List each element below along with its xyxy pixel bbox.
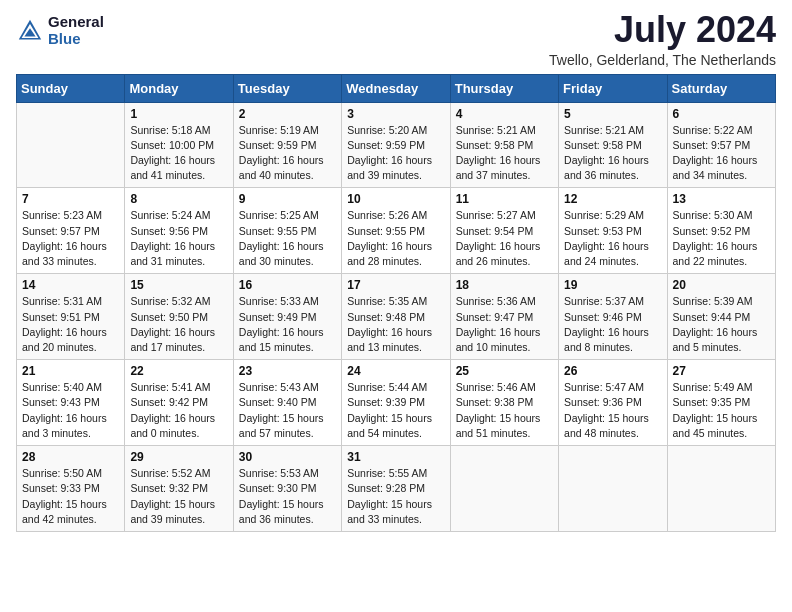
calendar-cell: 18Sunrise: 5:36 AM Sunset: 9:47 PM Dayli… — [450, 274, 558, 360]
day-number: 11 — [456, 192, 553, 206]
calendar-week-row: 21Sunrise: 5:40 AM Sunset: 9:43 PM Dayli… — [17, 360, 776, 446]
day-number: 9 — [239, 192, 336, 206]
weekday-header: Sunday — [17, 74, 125, 102]
weekday-header: Thursday — [450, 74, 558, 102]
day-number: 29 — [130, 450, 227, 464]
day-info: Sunrise: 5:27 AM Sunset: 9:54 PM Dayligh… — [456, 208, 553, 269]
day-number: 20 — [673, 278, 770, 292]
logo-text: General Blue — [48, 14, 104, 47]
calendar-cell — [450, 446, 558, 532]
calendar-cell: 7Sunrise: 5:23 AM Sunset: 9:57 PM Daylig… — [17, 188, 125, 274]
day-number: 17 — [347, 278, 444, 292]
day-info: Sunrise: 5:24 AM Sunset: 9:56 PM Dayligh… — [130, 208, 227, 269]
day-info: Sunrise: 5:32 AM Sunset: 9:50 PM Dayligh… — [130, 294, 227, 355]
calendar-cell: 21Sunrise: 5:40 AM Sunset: 9:43 PM Dayli… — [17, 360, 125, 446]
calendar-cell — [559, 446, 667, 532]
day-info: Sunrise: 5:46 AM Sunset: 9:38 PM Dayligh… — [456, 380, 553, 441]
calendar-cell: 20Sunrise: 5:39 AM Sunset: 9:44 PM Dayli… — [667, 274, 775, 360]
calendar-header: SundayMondayTuesdayWednesdayThursdayFrid… — [17, 74, 776, 102]
day-number: 25 — [456, 364, 553, 378]
day-info: Sunrise: 5:19 AM Sunset: 9:59 PM Dayligh… — [239, 123, 336, 184]
day-number: 31 — [347, 450, 444, 464]
weekday-header: Wednesday — [342, 74, 450, 102]
day-number: 13 — [673, 192, 770, 206]
day-info: Sunrise: 5:52 AM Sunset: 9:32 PM Dayligh… — [130, 466, 227, 527]
calendar-week-row: 1Sunrise: 5:18 AM Sunset: 10:00 PM Dayli… — [17, 102, 776, 188]
calendar-cell: 15Sunrise: 5:32 AM Sunset: 9:50 PM Dayli… — [125, 274, 233, 360]
day-info: Sunrise: 5:41 AM Sunset: 9:42 PM Dayligh… — [130, 380, 227, 441]
calendar-cell — [17, 102, 125, 188]
day-info: Sunrise: 5:39 AM Sunset: 9:44 PM Dayligh… — [673, 294, 770, 355]
day-number: 27 — [673, 364, 770, 378]
calendar-cell: 11Sunrise: 5:27 AM Sunset: 9:54 PM Dayli… — [450, 188, 558, 274]
calendar-cell: 3Sunrise: 5:20 AM Sunset: 9:59 PM Daylig… — [342, 102, 450, 188]
day-info: Sunrise: 5:47 AM Sunset: 9:36 PM Dayligh… — [564, 380, 661, 441]
day-number: 21 — [22, 364, 119, 378]
calendar-cell: 13Sunrise: 5:30 AM Sunset: 9:52 PM Dayli… — [667, 188, 775, 274]
calendar-cell: 16Sunrise: 5:33 AM Sunset: 9:49 PM Dayli… — [233, 274, 341, 360]
day-info: Sunrise: 5:31 AM Sunset: 9:51 PM Dayligh… — [22, 294, 119, 355]
day-number: 4 — [456, 107, 553, 121]
logo-general: General — [48, 14, 104, 31]
calendar-cell: 19Sunrise: 5:37 AM Sunset: 9:46 PM Dayli… — [559, 274, 667, 360]
calendar-week-row: 14Sunrise: 5:31 AM Sunset: 9:51 PM Dayli… — [17, 274, 776, 360]
day-info: Sunrise: 5:18 AM Sunset: 10:00 PM Daylig… — [130, 123, 227, 184]
day-number: 28 — [22, 450, 119, 464]
calendar-week-row: 28Sunrise: 5:50 AM Sunset: 9:33 PM Dayli… — [17, 446, 776, 532]
day-info: Sunrise: 5:25 AM Sunset: 9:55 PM Dayligh… — [239, 208, 336, 269]
day-number: 7 — [22, 192, 119, 206]
day-info: Sunrise: 5:21 AM Sunset: 9:58 PM Dayligh… — [456, 123, 553, 184]
calendar-cell: 6Sunrise: 5:22 AM Sunset: 9:57 PM Daylig… — [667, 102, 775, 188]
calendar-cell: 23Sunrise: 5:43 AM Sunset: 9:40 PM Dayli… — [233, 360, 341, 446]
day-number: 18 — [456, 278, 553, 292]
day-number: 8 — [130, 192, 227, 206]
location: Twello, Gelderland, The Netherlands — [549, 52, 776, 68]
header: General Blue July 2024 Twello, Gelderlan… — [16, 10, 776, 68]
weekday-header: Saturday — [667, 74, 775, 102]
calendar-cell: 5Sunrise: 5:21 AM Sunset: 9:58 PM Daylig… — [559, 102, 667, 188]
day-number: 26 — [564, 364, 661, 378]
day-info: Sunrise: 5:35 AM Sunset: 9:48 PM Dayligh… — [347, 294, 444, 355]
day-info: Sunrise: 5:22 AM Sunset: 9:57 PM Dayligh… — [673, 123, 770, 184]
day-number: 2 — [239, 107, 336, 121]
day-info: Sunrise: 5:44 AM Sunset: 9:39 PM Dayligh… — [347, 380, 444, 441]
calendar-cell: 10Sunrise: 5:26 AM Sunset: 9:55 PM Dayli… — [342, 188, 450, 274]
logo-icon — [16, 17, 44, 45]
day-info: Sunrise: 5:30 AM Sunset: 9:52 PM Dayligh… — [673, 208, 770, 269]
calendar-week-row: 7Sunrise: 5:23 AM Sunset: 9:57 PM Daylig… — [17, 188, 776, 274]
day-info: Sunrise: 5:43 AM Sunset: 9:40 PM Dayligh… — [239, 380, 336, 441]
calendar-cell: 28Sunrise: 5:50 AM Sunset: 9:33 PM Dayli… — [17, 446, 125, 532]
calendar-cell: 31Sunrise: 5:55 AM Sunset: 9:28 PM Dayli… — [342, 446, 450, 532]
calendar-cell — [667, 446, 775, 532]
calendar-cell: 17Sunrise: 5:35 AM Sunset: 9:48 PM Dayli… — [342, 274, 450, 360]
calendar-cell: 27Sunrise: 5:49 AM Sunset: 9:35 PM Dayli… — [667, 360, 775, 446]
day-info: Sunrise: 5:20 AM Sunset: 9:59 PM Dayligh… — [347, 123, 444, 184]
day-number: 30 — [239, 450, 336, 464]
day-info: Sunrise: 5:26 AM Sunset: 9:55 PM Dayligh… — [347, 208, 444, 269]
weekday-header: Tuesday — [233, 74, 341, 102]
weekday-header: Friday — [559, 74, 667, 102]
day-info: Sunrise: 5:36 AM Sunset: 9:47 PM Dayligh… — [456, 294, 553, 355]
day-number: 24 — [347, 364, 444, 378]
day-number: 10 — [347, 192, 444, 206]
calendar-cell: 24Sunrise: 5:44 AM Sunset: 9:39 PM Dayli… — [342, 360, 450, 446]
day-number: 5 — [564, 107, 661, 121]
day-number: 12 — [564, 192, 661, 206]
day-number: 23 — [239, 364, 336, 378]
calendar-cell: 8Sunrise: 5:24 AM Sunset: 9:56 PM Daylig… — [125, 188, 233, 274]
day-info: Sunrise: 5:50 AM Sunset: 9:33 PM Dayligh… — [22, 466, 119, 527]
weekday-row: SundayMondayTuesdayWednesdayThursdayFrid… — [17, 74, 776, 102]
calendar-cell: 25Sunrise: 5:46 AM Sunset: 9:38 PM Dayli… — [450, 360, 558, 446]
day-info: Sunrise: 5:37 AM Sunset: 9:46 PM Dayligh… — [564, 294, 661, 355]
day-number: 6 — [673, 107, 770, 121]
day-number: 16 — [239, 278, 336, 292]
logo: General Blue — [16, 14, 104, 47]
day-info: Sunrise: 5:40 AM Sunset: 9:43 PM Dayligh… — [22, 380, 119, 441]
day-info: Sunrise: 5:33 AM Sunset: 9:49 PM Dayligh… — [239, 294, 336, 355]
calendar-table: SundayMondayTuesdayWednesdayThursdayFrid… — [16, 74, 776, 532]
calendar-cell: 26Sunrise: 5:47 AM Sunset: 9:36 PM Dayli… — [559, 360, 667, 446]
day-number: 14 — [22, 278, 119, 292]
day-info: Sunrise: 5:49 AM Sunset: 9:35 PM Dayligh… — [673, 380, 770, 441]
calendar-body: 1Sunrise: 5:18 AM Sunset: 10:00 PM Dayli… — [17, 102, 776, 531]
weekday-header: Monday — [125, 74, 233, 102]
